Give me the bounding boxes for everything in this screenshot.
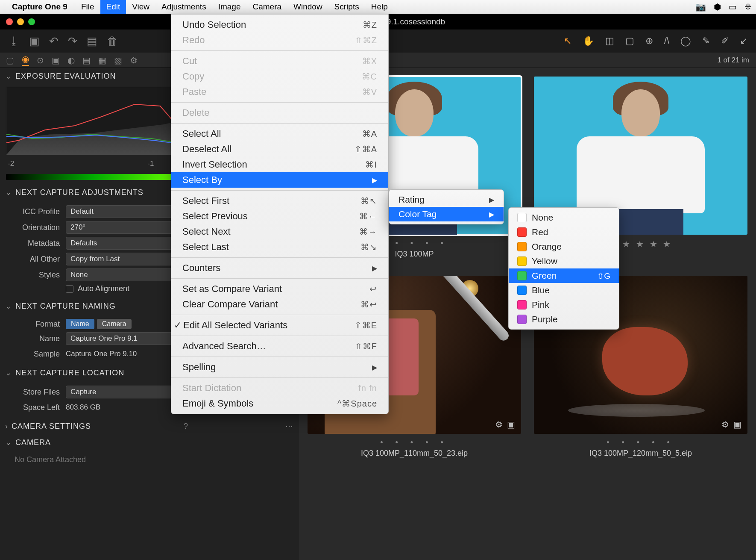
loupe-tool-icon[interactable]: ◫ — [605, 35, 614, 47]
menu-edit[interactable]: Edit — [100, 0, 126, 14]
menuitem-invert[interactable]: Invert Selection⌘I — [171, 157, 388, 172]
menu-file[interactable]: File — [75, 0, 100, 14]
orient-label: Orientation — [6, 223, 66, 232]
undo-icon[interactable]: ↶ — [49, 35, 59, 48]
panel-camera-settings[interactable]: ›CAMERA SETTINGS?⋯ — [0, 418, 299, 434]
menu-view[interactable]: View — [126, 0, 155, 14]
menuitem-select-by[interactable]: Select By▶ — [171, 172, 388, 188]
edit-dropdown-menu: Undo Selection⌘Z Redo⇧⌘Z Cut⌘X Copy⌘C Pa… — [171, 14, 389, 414]
swatch-pink-icon — [517, 300, 527, 309]
color-red[interactable]: Red — [509, 225, 619, 239]
color-blue[interactable]: Blue — [509, 283, 619, 298]
menuitem-emoji[interactable]: Emoji & Symbols^⌘Space — [171, 396, 388, 411]
token-camera[interactable]: Camera — [97, 319, 132, 329]
color-yellow[interactable]: Yellow — [509, 254, 619, 268]
axis-tick: -1 — [147, 159, 154, 168]
delete-icon[interactable]: 🗑 — [107, 35, 118, 48]
gear-icon[interactable]: ⚙ — [721, 419, 729, 430]
video-icon[interactable]: ▭ — [729, 2, 737, 12]
capture-icon[interactable]: ▣ — [29, 35, 40, 48]
swatch-red-icon — [517, 227, 527, 237]
tab-details-icon[interactable]: ▤ — [82, 55, 91, 65]
swatch-none-icon — [517, 213, 527, 222]
meta-label: Metadata — [6, 239, 66, 248]
submenu-color-tag[interactable]: Color Tag▶ — [389, 207, 504, 221]
gear-icon[interactable]: ⚙ — [495, 419, 503, 430]
swatch-purple-icon — [517, 315, 527, 324]
menuitem-select-all[interactable]: Select All⌘A — [171, 126, 388, 141]
sample-label: Sample — [6, 350, 66, 359]
picker-tool-icon[interactable]: ✐ — [721, 35, 729, 47]
menuitem-set-compare[interactable]: Set as Compare Variant↩ — [171, 281, 388, 297]
rotate-tool-icon[interactable]: ⊕ — [645, 35, 653, 47]
color-green[interactable]: Green⇧G — [509, 268, 619, 283]
menu-help[interactable]: Help — [365, 0, 394, 14]
tab-adjust-icon[interactable]: ▦ — [98, 55, 106, 65]
thumb-filename: IQ3 100MP_120mm_50_5.eip — [534, 449, 747, 458]
tab-library-icon[interactable]: ▢ — [6, 55, 14, 65]
panel-camera[interactable]: ⌄CAMERA — [0, 434, 299, 451]
tab-output-icon[interactable]: ⚙ — [130, 55, 138, 65]
rating-dots[interactable]: • • • • • — [534, 438, 747, 447]
menuitem-paste[interactable]: Paste⌘V — [171, 84, 388, 100]
space-value: 803.86 GB — [66, 401, 100, 413]
menuitem-redo[interactable]: Redo⇧⌘Z — [171, 32, 388, 48]
dropbox-icon[interactable]: ⬢ — [714, 2, 721, 12]
tab-capture-icon[interactable]: ◉ — [22, 54, 29, 66]
menuitem-select-last[interactable]: Select Last⌘↘ — [171, 239, 388, 255]
menuitem-spelling[interactable]: Spelling▶ — [171, 360, 388, 375]
menuitem-copy[interactable]: Copy⌘C — [171, 69, 388, 84]
redo-icon[interactable]: ↷ — [68, 35, 77, 48]
auto-align-checkbox[interactable] — [66, 285, 73, 293]
select-by-submenu: Rating▶ Color Tag▶ — [389, 189, 504, 224]
name-label: Name — [6, 334, 66, 343]
menuitem-deselect-all[interactable]: Deselect All⇧⌘A — [171, 141, 388, 157]
submenu-rating[interactable]: Rating▶ — [389, 192, 504, 207]
menu-adjustments[interactable]: Adjustments — [155, 0, 212, 14]
crop-tool-icon[interactable]: ▢ — [625, 35, 634, 47]
menuitem-adv-search[interactable]: Advanced Search…⇧⌘F — [171, 339, 388, 354]
rating-dots[interactable]: • • • • • — [308, 438, 521, 447]
keystone-tool-icon[interactable]: /\ — [664, 35, 669, 47]
pan-tool-icon[interactable]: ✋ — [583, 35, 594, 47]
menu-camera[interactable]: Camera — [246, 0, 287, 14]
menu-scripts[interactable]: Scripts — [328, 0, 365, 14]
spot-tool-icon[interactable]: ◯ — [680, 35, 691, 47]
brush-tool-icon[interactable]: ✎ — [702, 35, 710, 47]
menu-window[interactable]: Window — [287, 0, 328, 14]
token-name[interactable]: Name — [66, 319, 94, 329]
expand-icon[interactable]: ▣ — [507, 419, 515, 430]
camera-status-icon[interactable]: 📷 — [695, 2, 706, 12]
color-purple[interactable]: Purple — [509, 312, 619, 327]
minimize-window-icon[interactable] — [17, 18, 24, 25]
menuitem-select-prev[interactable]: Select Previous⌘← — [171, 209, 388, 224]
color-tag-submenu: None Red Orange Yellow Green⇧G Blue Pink… — [508, 207, 619, 330]
expand-icon[interactable]: ▣ — [733, 419, 741, 430]
reset-icon[interactable]: ▤ — [87, 35, 97, 48]
tab-exposure-icon[interactable]: ◐ — [67, 55, 75, 65]
tab-lens-icon[interactable]: ⊙ — [37, 55, 44, 65]
sample-value: Capture One Pro 9.10 — [66, 348, 137, 360]
menuitem-dictation[interactable]: Start Dictationfn fn — [171, 380, 388, 396]
close-window-icon[interactable] — [6, 18, 13, 25]
menu-extras-icon[interactable]: ⁜ — [744, 2, 752, 12]
arrow-tool-icon[interactable]: ↙ — [740, 35, 747, 47]
menuitem-cut[interactable]: Cut⌘X — [171, 53, 388, 69]
menuitem-edit-all[interactable]: ✓Edit All Selected Variants⇧⌘E — [171, 318, 388, 333]
tab-metadata-icon[interactable]: ▧ — [114, 55, 122, 65]
menuitem-delete[interactable]: Delete — [171, 105, 388, 121]
color-pink[interactable]: Pink — [509, 298, 619, 312]
tab-color-icon[interactable]: ▣ — [52, 55, 60, 65]
menuitem-select-first[interactable]: Select First⌘↖ — [171, 193, 388, 209]
menuitem-clear-compare[interactable]: Clear Compare Variant⌘↩ — [171, 297, 388, 312]
format-label: Format — [6, 320, 66, 329]
import-icon[interactable]: ⭳ — [9, 35, 20, 48]
color-orange[interactable]: Orange — [509, 239, 619, 254]
zoom-window-icon[interactable] — [28, 18, 35, 25]
select-tool-icon[interactable]: ↖ — [564, 35, 571, 47]
menuitem-counters[interactable]: Counters▶ — [171, 260, 388, 276]
menuitem-undo[interactable]: Undo Selection⌘Z — [171, 17, 388, 32]
menuitem-select-next[interactable]: Select Next⌘→ — [171, 224, 388, 239]
color-none[interactable]: None — [509, 210, 619, 225]
menu-image[interactable]: Image — [212, 0, 247, 14]
